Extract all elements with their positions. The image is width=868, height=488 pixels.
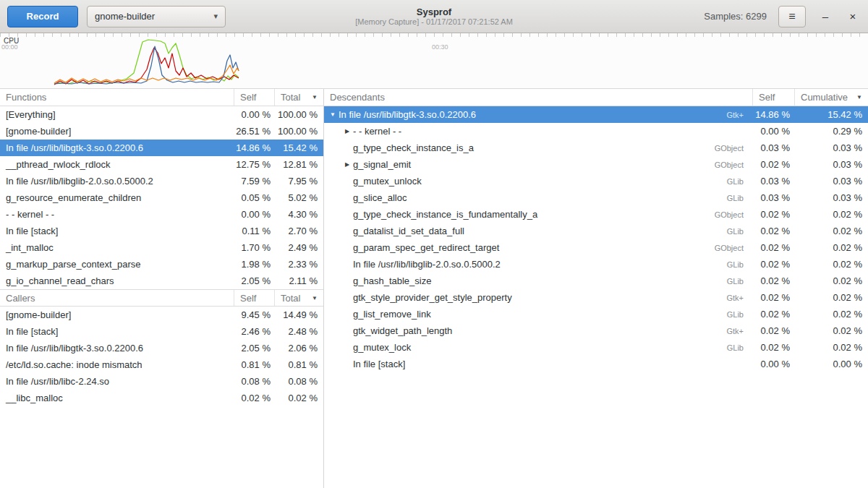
table-row[interactable]: - - kernel - -0.00 %4.30 % (0, 206, 323, 223)
table-row[interactable]: In file /usr/lib/libglib-2.0.so.0.5000.2… (0, 173, 323, 189)
total-percent: 4.30 % (274, 209, 323, 220)
table-row[interactable]: In file /usr/lib/libgtk-3.so.0.2200.62.0… (0, 340, 323, 356)
function-name: g_list_remove_link (353, 309, 727, 320)
table-row[interactable]: __pthread_rwlock_rdlock12.75 %12.81 % (0, 156, 323, 173)
headerbar: Record gnome-builder ▾ Sysprof [Memory C… (0, 0, 868, 33)
library-category-badge: Gtk+ (726, 294, 752, 302)
self-header-label: Self (240, 293, 256, 304)
total-percent: 2.70 % (274, 226, 323, 236)
self-percent: 26.51 % (234, 126, 274, 137)
table-row[interactable]: ▶- - kernel - -0.00 %0.29 % (324, 123, 868, 140)
table-row[interactable]: gtk_widget_path_lengthGtk+0.02 %0.02 % (324, 322, 868, 339)
table-row[interactable]: g_type_check_instance_is_aGObject0.03 %0… (324, 140, 868, 156)
table-row[interactable]: g_type_check_instance_is_fundamentally_a… (324, 206, 868, 223)
callers-self-column-header[interactable]: Self (234, 290, 274, 306)
function-name: g_type_check_instance_is_fundamentally_a (353, 209, 715, 220)
function-name: gtk_widget_path_length (353, 325, 726, 336)
total-percent: 2.48 % (274, 326, 323, 337)
self-percent: 2.46 % (234, 326, 274, 337)
table-row[interactable]: In file [stack]2.46 %2.48 % (0, 323, 323, 340)
function-name: In file [stack] (0, 226, 234, 236)
chevron-down-icon: ▾ (213, 12, 218, 21)
descendants-column-header[interactable]: Descendants (324, 89, 752, 106)
table-row[interactable]: g_mutex_unlockGLib0.03 %0.03 % (324, 173, 868, 189)
function-name: In file /usr/lib/libc-2.24.so (0, 376, 234, 387)
self-percent: 0.11 % (234, 226, 274, 236)
total-percent: 2.49 % (274, 242, 323, 253)
samples-count: Samples: 6299 (704, 11, 767, 22)
function-name: g_mutex_unlock (353, 176, 727, 187)
cumulative-percent: 0.02 % (794, 242, 868, 253)
table-row[interactable]: g_hash_table_sizeGLib0.02 %0.02 % (324, 273, 868, 289)
table-row[interactable]: In file [stack]0.11 %2.70 % (0, 223, 323, 239)
library-category-badge: GObject (715, 210, 752, 219)
cumulative-percent: 0.03 % (794, 192, 868, 203)
record-button[interactable]: Record (7, 6, 78, 27)
library-category-badge: GLib (727, 277, 752, 286)
table-row[interactable]: [gnome-builder]9.45 %14.49 % (0, 307, 323, 323)
library-category-badge: GObject (715, 244, 752, 252)
cumulative-percent: 0.02 % (794, 309, 868, 320)
table-row[interactable]: [gnome-builder]26.51 %100.00 % (0, 123, 323, 140)
cpu-timeline-graph[interactable]: CPU 00:00 00:30 (0, 33, 868, 89)
table-row[interactable]: _int_malloc1.70 %2.49 % (0, 239, 323, 256)
table-row[interactable]: In file /usr/lib/libgtk-3.so.0.2200.614.… (0, 140, 323, 156)
function-name: g_signal_emit (353, 159, 715, 170)
table-row[interactable]: ▶g_signal_emitGObject0.02 %0.03 % (324, 156, 868, 173)
record-button-label: Record (27, 11, 59, 22)
descendants-cumulative-column-header[interactable]: Cumulative ▼ (794, 89, 868, 106)
table-row[interactable]: g_mutex_lockGLib0.02 %0.02 % (324, 339, 868, 356)
minimize-button[interactable]: – (817, 10, 833, 22)
total-percent: 100.00 % (274, 126, 323, 137)
table-row[interactable]: In file /usr/lib/libglib-2.0.so.0.5000.2… (324, 256, 868, 273)
table-row[interactable]: /etc/ld.so.cache: inode mismatch0.81 %0.… (0, 356, 323, 373)
window-subtitle: [Memory Capture] - 01/17/2017 07:21:52 A… (355, 17, 513, 27)
cumulative-percent: 15.42 % (794, 109, 868, 120)
expander-collapsed-icon[interactable]: ▶ (341, 128, 353, 134)
table-row[interactable]: ▼In file /usr/lib/libgtk-3.so.0.2200.6Gt… (324, 106, 868, 123)
total-percent: 15.42 % (274, 142, 323, 153)
expander-collapsed-icon[interactable]: ▶ (341, 161, 353, 168)
descendants-self-column-header[interactable]: Self (752, 89, 794, 106)
headerbar-right: Samples: 6299 ≡ – × (704, 6, 861, 27)
table-row[interactable]: g_param_spec_get_redirect_targetGObject0… (324, 239, 868, 256)
self-percent: 0.03 % (752, 176, 794, 187)
functions-total-column-header[interactable]: Total ▼ (274, 89, 323, 106)
table-row[interactable]: g_list_remove_linkGLib0.02 %0.02 % (324, 306, 868, 322)
table-row[interactable]: __libc_malloc0.02 %0.02 % (0, 390, 323, 406)
self-percent: 0.03 % (752, 142, 794, 153)
table-row[interactable]: g_resource_enumerate_children0.05 %5.02 … (0, 189, 323, 206)
self-percent: 0.02 % (752, 209, 794, 220)
library-category-badge: GLib (727, 343, 752, 352)
hamburger-menu-icon: ≡ (788, 10, 795, 23)
descendants-panel: Descendants Self Cumulative ▼ ▼In file /… (324, 89, 868, 488)
function-name: In file /usr/lib/libgtk-3.so.0.2200.6 (0, 343, 234, 354)
function-name: __libc_malloc (0, 393, 234, 403)
table-row[interactable]: In file [stack]0.00 %0.00 % (324, 356, 868, 372)
callers-total-column-header[interactable]: Total ▼ (274, 290, 323, 306)
table-row[interactable]: g_markup_parse_context_parse1.98 %2.33 % (0, 256, 323, 273)
self-percent: 2.05 % (234, 275, 274, 286)
function-name: g_resource_enumerate_children (0, 192, 234, 203)
menu-button[interactable]: ≡ (778, 6, 806, 27)
function-name: _int_malloc (0, 242, 234, 253)
total-percent: 5.02 % (274, 192, 323, 203)
table-row[interactable]: gtk_style_provider_get_style_propertyGtk… (324, 289, 868, 306)
self-percent: 0.03 % (752, 192, 794, 203)
table-row[interactable]: g_io_channel_read_chars2.05 %2.11 % (0, 273, 323, 289)
functions-table-header: Functions Self Total ▼ (0, 89, 323, 106)
table-row[interactable]: [Everything]0.00 %100.00 % (0, 106, 323, 123)
self-percent: 0.02 % (752, 259, 794, 270)
total-percent: 0.81 % (274, 359, 323, 370)
total-percent: 2.06 % (274, 343, 323, 354)
table-row[interactable]: g_slice_allocGLib0.03 %0.03 % (324, 189, 868, 206)
sort-arrow-icon: ▼ (312, 94, 318, 100)
table-row[interactable]: g_datalist_id_set_data_fullGLib0.02 %0.0… (324, 223, 868, 239)
process-selector-dropdown[interactable]: gnome-builder ▾ (87, 6, 226, 27)
callers-column-header[interactable]: Callers (0, 290, 234, 306)
functions-self-column-header[interactable]: Self (234, 89, 274, 106)
expander-expanded-icon[interactable]: ▼ (327, 111, 339, 118)
close-button[interactable]: × (845, 10, 861, 22)
functions-column-header[interactable]: Functions (0, 89, 234, 106)
table-row[interactable]: In file /usr/lib/libc-2.24.so0.08 %0.08 … (0, 373, 323, 390)
